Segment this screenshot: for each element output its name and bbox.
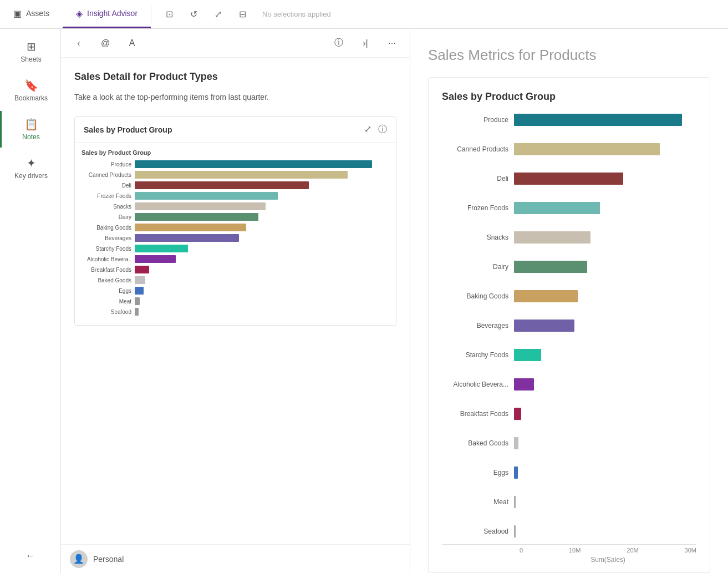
at-button[interactable]: @ <box>96 34 114 52</box>
small-bar-chart: Produce Canned Products Deli Frozen Food… <box>79 160 391 316</box>
bar-fill <box>135 297 140 305</box>
bar-label: Alcoholic Bevera.. <box>79 256 135 262</box>
bar-track <box>135 266 391 273</box>
table-row: Canned Products <box>442 143 696 155</box>
section-desc: Take a look at the top-performing items … <box>74 92 396 103</box>
info-button[interactable]: ⓘ <box>330 34 348 52</box>
bar-fill-large <box>514 320 574 332</box>
bar-track <box>135 160 391 168</box>
small-chart-title: Sales by Product Group <box>79 149 391 156</box>
table-row: Deli <box>442 173 696 185</box>
left-panel: ‹ @ A ⓘ ›| ··· Sales Detail for Product … <box>61 29 410 573</box>
sidebar-item-sheets[interactable]: ⊞ Sheets <box>0 33 60 70</box>
table-row: Breakfast Foods <box>442 408 696 420</box>
table-row: Alcoholic Bevera... <box>442 378 696 391</box>
tab-insight-advisor[interactable]: ◈ Insight Advisor <box>63 0 151 28</box>
x-axis-label: 30M <box>685 547 696 554</box>
sidebar-item-bookmarks[interactable]: 🔖 Bookmarks <box>0 72 60 109</box>
bar-track-large <box>514 378 696 391</box>
sidebar-item-key-drivers-label: Key drivers <box>14 172 48 180</box>
more-button[interactable]: ··· <box>383 34 401 52</box>
bar-label: Baking Goods <box>79 225 135 231</box>
tab-assets[interactable]: ▣ Assets <box>0 0 63 28</box>
bar-track <box>135 202 391 210</box>
next-button[interactable]: ›| <box>357 34 374 52</box>
bar-fill-large <box>514 231 590 244</box>
bar-label: Breakfast Foods <box>79 267 135 273</box>
bar-track-large <box>514 143 696 155</box>
table-row: Meat <box>442 496 696 508</box>
search-button[interactable]: ⊡ <box>160 6 178 23</box>
bar-track <box>135 224 391 231</box>
no-selections-label: No selections applied <box>258 10 335 18</box>
large-bar-chart: Produce Canned Products Deli Frozen Food… <box>442 114 696 540</box>
back-button[interactable]: ‹ <box>70 34 88 52</box>
bar-label: Canned Products <box>79 172 135 178</box>
right-chart-title: Sales by Product Group <box>442 91 696 103</box>
content-area: ‹ @ A ⓘ ›| ··· Sales Detail for Product … <box>61 29 728 573</box>
bar-track-large <box>514 290 696 302</box>
avatar: 👤 <box>70 550 88 568</box>
list-item: Frozen Foods <box>79 192 391 200</box>
bar-label: Produce <box>79 161 135 168</box>
chart-card-actions: ⤢ ⓘ <box>364 124 387 135</box>
table-row: Beverages <box>442 320 696 332</box>
bar-label-large: Beverages <box>442 322 514 329</box>
table-row: Baking Goods <box>442 290 696 302</box>
export-icon[interactable]: ⤢ <box>364 124 371 135</box>
sidebar-item-sheets-label: Sheets <box>21 55 41 63</box>
bar-track <box>135 287 391 295</box>
bar-fill <box>135 160 372 168</box>
collapse-sidebar-button[interactable]: ← <box>26 550 35 562</box>
list-item: Canned Products <box>79 171 391 179</box>
list-item: Snacks <box>79 202 391 210</box>
bar-fill <box>135 308 139 316</box>
bar-track <box>135 245 391 252</box>
bar-label-large: Breakfast Foods <box>442 410 514 418</box>
bar-label-large: Starchy Foods <box>442 351 514 359</box>
bar-fill <box>135 224 246 231</box>
bookmark-action-button[interactable]: ⊟ <box>233 6 251 23</box>
bar-fill <box>135 171 348 179</box>
sidebar-item-key-drivers[interactable]: ✦ Key drivers <box>0 150 60 186</box>
list-item: Eggs <box>79 287 391 295</box>
notes-icon: 📋 <box>24 118 38 131</box>
sidebar-item-notes[interactable]: 📋 Notes <box>0 111 60 148</box>
table-row: Baked Goods <box>442 437 696 449</box>
table-row: Dairy <box>442 261 696 273</box>
bar-label-large: Frozen Foods <box>442 204 514 212</box>
bar-track <box>135 234 391 242</box>
bar-label-large: Dairy <box>442 263 514 271</box>
top-nav: ▣ Assets ◈ Insight Advisor ⊡ ↺ ⤢ ⊟ No se… <box>0 0 728 29</box>
chart-card-body: Sales by Product Group Produce Canned Pr… <box>75 143 396 325</box>
bar-track <box>135 276 391 284</box>
insight-advisor-icon: ◈ <box>76 8 83 19</box>
bar-fill-large <box>514 202 600 214</box>
font-button[interactable]: A <box>123 34 141 52</box>
bar-track <box>135 213 391 221</box>
bar-track <box>135 297 391 305</box>
right-panel: Sales Metrics for Products Sales by Prod… <box>410 29 728 573</box>
assets-icon: ▣ <box>13 8 22 19</box>
bar-fill-large <box>514 496 516 508</box>
bar-label-large: Deli <box>442 175 514 182</box>
bar-track-large <box>514 261 696 273</box>
x-axis-labels: 010M20M30M <box>520 545 696 554</box>
bar-fill <box>135 202 266 210</box>
bar-track <box>135 255 391 263</box>
list-item: Beverages <box>79 234 391 242</box>
bar-fill-large <box>514 437 518 449</box>
bar-label-large: Produce <box>442 116 514 124</box>
chart-info-icon[interactable]: ⓘ <box>378 124 387 135</box>
bar-fill-large <box>514 173 623 185</box>
list-item: Dairy <box>79 213 391 221</box>
refresh-button[interactable]: ↺ <box>185 6 202 23</box>
bar-fill <box>135 245 188 252</box>
bar-fill-large <box>514 349 541 361</box>
list-item: Alcoholic Bevera.. <box>79 255 391 263</box>
expand-button[interactable]: ⤢ <box>209 6 227 23</box>
bar-fill <box>135 181 309 189</box>
table-row: Eggs <box>442 466 696 479</box>
bar-track <box>135 308 391 316</box>
bar-fill-large <box>514 290 578 302</box>
